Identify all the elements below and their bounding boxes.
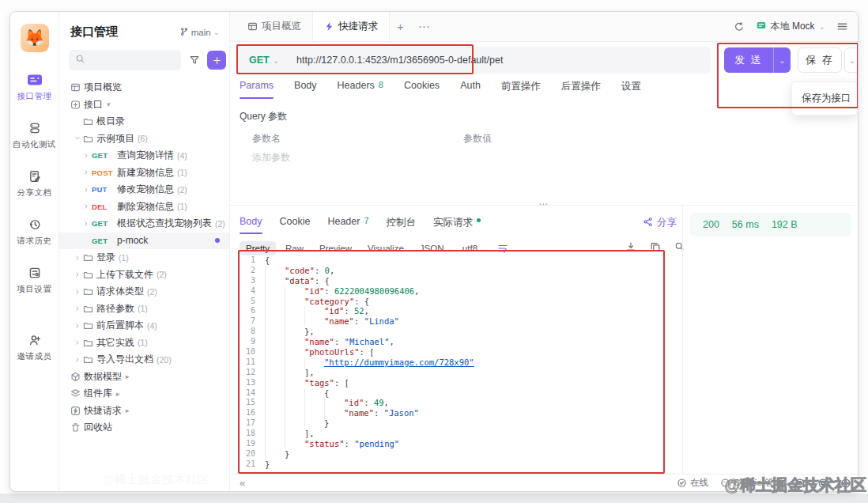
expand-caret-icon[interactable]: ▸ <box>116 390 120 398</box>
copy-icon[interactable] <box>650 241 661 252</box>
view-mode-preview[interactable]: Preview <box>313 241 358 255</box>
line-number: 15 <box>241 398 255 408</box>
save-button[interactable]: 保 存 <box>798 47 842 73</box>
search-input[interactable] <box>69 50 181 70</box>
tree-item[interactable]: 快捷请求▸ <box>59 403 229 420</box>
tree-endpoint[interactable]: DEL删除宠物信息(1) <box>59 199 229 216</box>
chevron-right-icon[interactable] <box>74 356 83 364</box>
url-input[interactable]: http://127.0.0.1:4523/m1/3656905-0-defau… <box>296 55 503 66</box>
refresh-icon[interactable] <box>734 21 745 32</box>
folder-icon <box>83 270 96 280</box>
add-button[interactable] <box>207 51 226 70</box>
hamburger-menu-icon[interactable] <box>836 21 848 32</box>
filter-icon[interactable] <box>189 55 200 66</box>
save-dropdown-icon[interactable]: ⌄ <box>844 47 859 73</box>
request-tab-后置操作[interactable]: 后置操作 <box>561 80 601 99</box>
rail-item-settings[interactable]: 项目设置 <box>17 266 52 295</box>
tree-item[interactable]: 登录(1) <box>59 249 229 267</box>
chevron-right-icon[interactable] <box>82 220 92 228</box>
view-mode-raw[interactable]: Raw <box>279 241 310 255</box>
tab-project-overview[interactable]: 项目概览 <box>236 12 312 41</box>
view-mode-pretty[interactable]: Pretty <box>240 241 276 255</box>
tree-endpoint[interactable]: GETp-mock <box>59 233 229 250</box>
tree-endpoint[interactable]: GET查询宠物详情(4) <box>59 147 229 165</box>
app-logo-icon[interactable]: 🦊 <box>21 24 49 52</box>
response-tab-Header[interactable]: Header7 <box>327 216 368 234</box>
format-select[interactable]: JSON⌄ <box>420 244 453 253</box>
rail-item-api-manage[interactable]: 接口管理 <box>17 73 52 102</box>
encoding-select[interactable]: utf8⌄ <box>462 244 487 253</box>
expand-caret-icon[interactable]: ▸ <box>126 407 130 414</box>
tree-item[interactable]: 上传下载文件(2) <box>59 267 229 284</box>
item-count: (2) <box>177 185 187 195</box>
chevron-down-icon[interactable] <box>74 134 83 142</box>
chevron-right-icon[interactable] <box>82 168 92 176</box>
rail-item-history[interactable]: 请求历史 <box>17 217 52 247</box>
line-number: 5 <box>241 297 255 307</box>
code-line: 8}, <box>241 327 660 337</box>
chevron-right-icon[interactable] <box>74 322 83 330</box>
view-mode-visualize[interactable]: Visualize <box>361 241 410 255</box>
chevron-right-icon[interactable] <box>74 338 83 346</box>
tab-quick-request[interactable]: 快捷请求 <box>312 12 390 41</box>
tree-endpoint[interactable]: POST新建宠物信息(1) <box>59 165 229 182</box>
share-button[interactable]: 分享 <box>643 216 677 229</box>
request-tab-前置操作[interactable]: 前置操作 <box>501 80 541 99</box>
method-select[interactable]: GET ⌄ <box>249 55 279 66</box>
online-status[interactable]: 在线 <box>677 477 708 489</box>
save-as-api-menu-item[interactable]: 保存为接口 <box>792 86 857 111</box>
line-number: 11 <box>241 357 255 368</box>
rail-item-invite[interactable]: 邀请成员 <box>17 333 52 362</box>
search-in-body-icon[interactable] <box>674 241 685 252</box>
expand-caret-icon[interactable]: ▾ <box>107 100 111 108</box>
tree-item[interactable]: 示例项目(6) <box>59 130 229 148</box>
chevron-right-icon[interactable] <box>74 304 83 312</box>
chevron-right-icon[interactable] <box>74 254 83 262</box>
request-tab-Cookies[interactable]: Cookies <box>404 80 440 99</box>
request-tab-Params[interactable]: Params <box>240 80 274 99</box>
add-param-placeholder[interactable]: 添加参数 <box>252 151 290 165</box>
rail-item-share-doc[interactable]: 分享文档 <box>17 169 52 199</box>
tree-endpoint[interactable]: GET根据状态查找宠物列表(2) <box>59 215 229 233</box>
request-tab-Body[interactable]: Body <box>294 80 317 99</box>
response-tab-控制台[interactable]: 控制台 <box>387 216 417 234</box>
chevron-right-icon[interactable] <box>74 288 83 296</box>
send-button[interactable]: 发 送 ⌄ <box>724 47 791 73</box>
request-tab-设置[interactable]: 设置 <box>621 80 641 99</box>
tree-item-label: 接口 <box>84 98 103 112</box>
expand-caret-icon[interactable]: ▸ <box>126 373 130 380</box>
tree-item[interactable]: 组件库▸ <box>59 385 229 403</box>
download-icon[interactable] <box>625 241 636 252</box>
branch-selector[interactable]: main ⌄ <box>179 27 220 38</box>
response-body-json[interactable]: 1{2"code": 0,3"data": {4"id": 6222004980… <box>241 255 660 470</box>
tree-item[interactable]: 根目录 <box>59 113 229 130</box>
rail-item-automation[interactable]: 自动化测试 <box>13 121 56 150</box>
send-dropdown-icon[interactable]: ⌄ <box>773 47 791 73</box>
chevron-right-icon[interactable] <box>82 202 92 210</box>
chevron-right-icon[interactable] <box>74 270 83 278</box>
request-tab-Headers[interactable]: Headers8 <box>338 80 383 99</box>
chevron-right-icon[interactable] <box>82 152 92 160</box>
tree-item[interactable]: 接口▾ <box>59 96 229 114</box>
tree-item[interactable]: 回收站 <box>59 419 229 437</box>
tree-item[interactable]: 请求体类型(2) <box>59 283 229 301</box>
chevron-right-icon[interactable] <box>82 186 92 194</box>
method-value: GET <box>249 55 270 66</box>
request-tab-Auth[interactable]: Auth <box>460 80 481 99</box>
tree-item[interactable]: 项目概览 <box>59 79 229 96</box>
tab-overflow-menu-icon[interactable]: ⋯ <box>411 20 437 34</box>
tree-item[interactable]: 数据模型▸ <box>59 369 229 386</box>
tree-endpoint[interactable]: PUT修改宠物信息(2) <box>59 181 229 199</box>
response-tab-Body[interactable]: Body <box>240 216 262 234</box>
tree-item[interactable]: 导入导出文档(20) <box>59 351 229 369</box>
tree-item[interactable]: 其它实践(1) <box>59 335 229 352</box>
tree-item[interactable]: 路径参数(1) <box>59 301 229 318</box>
split-drag-handle[interactable]: ⋯ <box>538 199 549 210</box>
response-tab-Cookie[interactable]: Cookie <box>280 216 311 234</box>
wrap-lines-icon[interactable] <box>497 243 508 254</box>
environment-selector[interactable]: 本地 Mock ⌄ <box>756 20 825 33</box>
response-tab-实际请求[interactable]: 实际请求 <box>433 216 481 234</box>
new-tab-button[interactable]: + <box>390 20 411 33</box>
tree-item[interactable]: 前后置脚本(4) <box>59 317 229 335</box>
collapse-sidebar-icon[interactable]: « <box>240 477 245 489</box>
